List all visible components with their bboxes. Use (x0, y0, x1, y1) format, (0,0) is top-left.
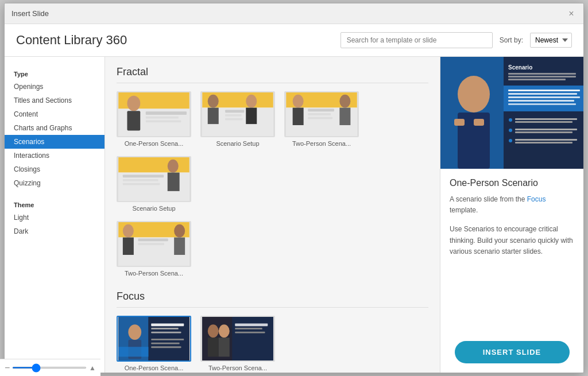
sidebar-item-closings[interactable]: Closings (5, 162, 105, 176)
svg-rect-66 (235, 332, 265, 334)
sidebar-item-quizzing[interactable]: Quizzing (5, 176, 105, 190)
svg-rect-25 (308, 109, 334, 112)
svg-point-13 (246, 95, 257, 108)
svg-rect-110 (515, 139, 577, 141)
dialog-titlebar: Insert Slide × (5, 3, 583, 24)
svg-rect-44 (138, 243, 164, 245)
svg-point-60 (208, 324, 219, 338)
svg-point-11 (208, 95, 219, 108)
slide-label: Two-Person Scena... (200, 365, 275, 371)
svg-rect-94 (508, 73, 576, 75)
sidebar-item-scenarios[interactable]: Scenarios (5, 135, 105, 149)
content-scroll: Fractal (105, 57, 440, 373)
panel-desc2: Use Scenarios to encourage critical thin… (450, 224, 574, 257)
svg-rect-91 (454, 119, 465, 126)
svg-rect-102 (508, 103, 576, 105)
zoom-in-icon[interactable]: ▲ (89, 364, 96, 372)
svg-rect-5 (146, 111, 187, 115)
sort-select[interactable]: Newest Oldest A-Z Z-A (530, 33, 572, 48)
svg-rect-55 (151, 343, 179, 344)
section-title-fractal: Fractal (117, 66, 428, 83)
sort-label: Sort by: (500, 36, 523, 44)
sidebar: Type Openings Titles and Sections Conten… (5, 57, 105, 373)
svg-rect-22 (293, 108, 304, 125)
svg-rect-111 (515, 142, 572, 144)
panel-footer: INSERT SLIDE (440, 332, 583, 373)
type-section-label: Type (5, 65, 105, 80)
thumb-svg (285, 92, 358, 136)
svg-rect-24 (339, 108, 350, 125)
svg-rect-92 (474, 119, 484, 126)
slide-card[interactable]: Scenario Setup (117, 156, 191, 212)
svg-rect-16 (225, 114, 242, 117)
search-input[interactable] (341, 32, 493, 48)
thumb-svg (118, 157, 190, 201)
slide-label: One-Person Scena... (117, 365, 191, 371)
svg-rect-64 (235, 323, 268, 326)
thumb-svg (202, 92, 274, 136)
preview-svg: Scenario (440, 57, 583, 169)
svg-point-106 (509, 129, 512, 132)
preview-image: Scenario (440, 57, 583, 169)
slide-card-selected[interactable]: One-Person Scena... (117, 316, 191, 371)
sidebar-item-interactions[interactable]: Interactions (5, 149, 105, 162)
svg-rect-105 (515, 121, 572, 123)
svg-rect-52 (151, 332, 181, 334)
svg-rect-6 (146, 117, 179, 119)
fractal-slides-grid: One-Person Scena... (117, 91, 428, 212)
svg-rect-50 (151, 323, 184, 326)
svg-rect-54 (151, 339, 184, 340)
slide-label: Two-Person Scena... (284, 140, 359, 147)
section-focus: Focus (117, 290, 428, 371)
zoom-controls: − ▲ (5, 359, 100, 373)
sidebar-item-openings[interactable]: Openings (5, 80, 105, 94)
svg-rect-101 (508, 100, 574, 102)
svg-rect-33 (123, 175, 164, 177)
panel-desc-part2: template. (450, 206, 478, 214)
svg-rect-104 (515, 118, 577, 120)
slide-card[interactable]: Two-Person Scena... (284, 91, 359, 147)
insert-slide-button[interactable]: INSERT SLIDE (455, 341, 570, 363)
slide-thumbnail (200, 91, 275, 137)
svg-point-41 (174, 224, 185, 238)
slide-label: Scenario Setup (200, 140, 275, 147)
content-area[interactable]: Fractal (105, 57, 440, 373)
svg-point-23 (339, 95, 350, 108)
svg-rect-97 (504, 86, 583, 111)
focus-slides-grid: One-Person Scena... (117, 316, 428, 371)
slide-card[interactable]: One-Person Scena... (117, 91, 191, 147)
svg-point-89 (458, 76, 490, 113)
slide-card[interactable]: Two-Person Scena... (117, 221, 191, 277)
zoom-slider[interactable] (12, 367, 87, 369)
slide-thumbnail (117, 316, 191, 362)
sidebar-item-light[interactable]: Light (5, 211, 105, 224)
panel-desc-link[interactable]: Focus (527, 195, 546, 203)
svg-rect-108 (515, 131, 572, 133)
svg-rect-29 (118, 157, 189, 173)
slide-card[interactable]: Two-Person Scena... (200, 316, 275, 371)
svg-rect-63 (219, 338, 230, 356)
sidebar-item-titles-sections[interactable]: Titles and Sections (5, 94, 105, 107)
slide-card[interactable]: Scenario Setup (200, 91, 275, 147)
slide-label: Two-Person Scena... (117, 270, 191, 277)
svg-rect-99 (508, 93, 577, 95)
svg-rect-42 (174, 238, 185, 255)
sidebar-item-dark[interactable]: Dark (5, 224, 105, 238)
section-fractal: Fractal (117, 66, 428, 277)
svg-rect-61 (208, 338, 219, 356)
close-button[interactable]: × (566, 9, 577, 19)
svg-rect-15 (225, 110, 244, 113)
panel-slide-title: One-Person Scenario (450, 178, 574, 188)
sidebar-item-content[interactable]: Content (5, 107, 105, 121)
slide-label: Scenario Setup (117, 205, 191, 212)
slide-label: One-Person Scena... (117, 140, 191, 147)
svg-rect-27 (308, 117, 332, 119)
sidebar-item-charts-graphs[interactable]: Charts and Graphs (5, 121, 105, 135)
slide-thumbnail (117, 156, 191, 202)
zoom-out-icon[interactable]: − (5, 363, 10, 373)
svg-rect-100 (508, 96, 580, 98)
svg-rect-4 (127, 111, 140, 130)
svg-rect-51 (151, 328, 179, 330)
svg-rect-17 (225, 118, 242, 121)
svg-rect-12 (208, 108, 219, 125)
